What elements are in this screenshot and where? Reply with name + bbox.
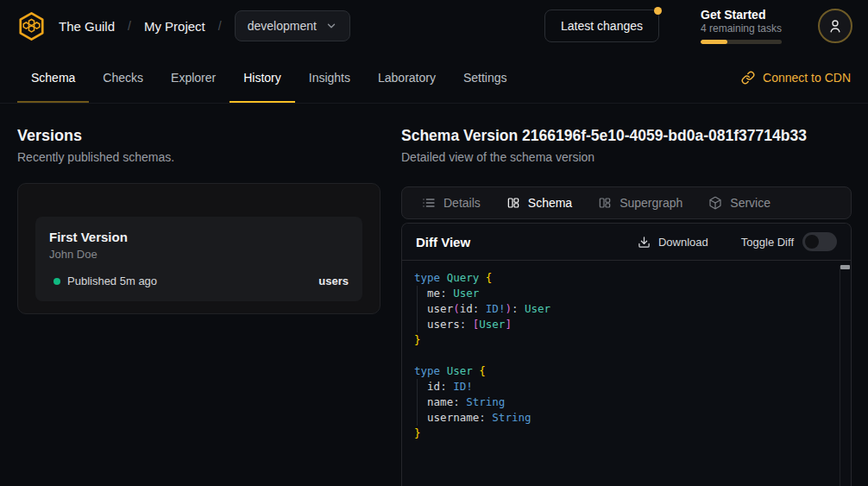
published-status-dot <box>53 278 60 285</box>
list-icon <box>422 196 436 210</box>
download-button[interactable]: Download <box>638 236 708 249</box>
detail-tab-label: Schema <box>528 196 572 210</box>
breadcrumb: The Guild / My Project / development <box>16 10 350 42</box>
version-detail-panel: Schema Version 2166196f-5e10-4059-bd0a-0… <box>401 104 852 486</box>
nav-tab-checks[interactable]: Checks <box>89 52 157 103</box>
toggle-diff-switch[interactable] <box>802 232 837 251</box>
get-started-subtitle: 4 remaining tasks <box>701 22 782 35</box>
nav-tab-laboratory[interactable]: Laboratory <box>364 52 450 103</box>
panels-icon <box>506 196 520 210</box>
nav-tabs: SchemaChecksExplorerHistoryInsightsLabor… <box>17 52 521 103</box>
code-line: users: [User] <box>414 317 830 332</box>
diff-panel: Diff View Download Toggle Diff type Quer <box>401 223 852 486</box>
toggle-diff-label: Toggle Diff <box>741 236 794 249</box>
header-actions: Latest changes Get Started 4 remaining t… <box>544 8 852 44</box>
diff-view-title: Diff View <box>416 235 470 249</box>
code-line: } <box>414 332 830 348</box>
target-selector-value: development <box>248 19 317 33</box>
latest-changes-button[interactable]: Latest changes <box>544 9 659 42</box>
nav-tab-insights[interactable]: Insights <box>295 52 364 103</box>
breadcrumb-separator: / <box>218 19 222 33</box>
code-line: username: String <box>414 410 830 426</box>
version-detail-title: Schema Version 2166196f-5e10-4059-bd0a-0… <box>401 127 852 144</box>
get-started-widget[interactable]: Get Started 4 remaining tasks <box>701 8 782 44</box>
top-header: The Guild / My Project / development Lat… <box>0 0 868 52</box>
notification-dot <box>654 7 662 15</box>
get-started-title: Get Started <box>701 8 782 22</box>
version-meta-row: Published 5m ago users <box>49 275 349 287</box>
get-started-progressbar <box>701 40 782 44</box>
versions-subtitle: Recently published schemas. <box>17 150 381 164</box>
diff-actions: Download Toggle Diff <box>638 232 837 251</box>
version-list-item[interactable]: First Version John Doe Published 5m ago … <box>35 217 362 301</box>
code-scrollbar-track <box>840 266 840 486</box>
diff-header: Diff View Download Toggle Diff <box>402 224 851 261</box>
link-icon <box>741 71 755 85</box>
cube-icon <box>708 196 722 210</box>
code-line: type User { <box>414 363 830 379</box>
detail-tab-schema[interactable]: Schema <box>494 187 585 218</box>
chevron-down-icon <box>325 20 337 32</box>
detail-tab-supergraph[interactable]: Supergraph <box>585 187 695 218</box>
detail-tab-label: Details <box>443 196 481 210</box>
download-icon <box>638 236 651 249</box>
main-content: Versions Recently published schemas. Fir… <box>0 104 868 486</box>
code-line: type Query { <box>414 270 830 286</box>
org-name[interactable]: The Guild <box>59 19 115 34</box>
code-line: me: User <box>414 286 830 301</box>
detail-tab-details[interactable]: Details <box>409 187 494 218</box>
get-started-progress-fill <box>701 40 727 44</box>
latest-changes-label: Latest changes <box>561 19 643 33</box>
nav-tab-history[interactable]: History <box>230 52 295 103</box>
code-line: id: ID! <box>414 379 830 394</box>
user-avatar[interactable] <box>818 9 852 43</box>
code-lines: type Query { me: User user(id: ID!): Use… <box>414 270 830 441</box>
connect-cdn-link[interactable]: Connect to CDN <box>741 52 851 103</box>
hive-logo-icon[interactable] <box>16 10 47 42</box>
versions-list: First Version John Doe Published 5m ago … <box>17 183 381 314</box>
code-scrollbar-thumb[interactable] <box>840 265 850 269</box>
detail-tab-label: Supergraph <box>620 196 682 210</box>
nav-tab-schema[interactable]: Schema <box>17 52 89 103</box>
person-icon <box>827 18 843 34</box>
connect-cdn-label: Connect to CDN <box>763 71 851 85</box>
version-name: First Version <box>49 230 349 245</box>
panels-icon <box>598 196 612 210</box>
code-line: } <box>414 426 830 441</box>
code-line: user(id: ID!): User <box>414 301 830 317</box>
nav-tab-explorer[interactable]: Explorer <box>157 52 230 103</box>
breadcrumb-separator: / <box>128 19 131 33</box>
versions-title: Versions <box>17 127 381 144</box>
nav-tab-settings[interactable]: Settings <box>450 52 521 103</box>
version-service-badge: users <box>318 275 349 287</box>
version-detail-subtitle: Detailed view of the schema version <box>401 150 852 164</box>
download-label: Download <box>658 236 708 249</box>
versions-panel: Versions Recently published schemas. Fir… <box>17 104 381 486</box>
detail-tab-label: Service <box>730 196 771 210</box>
main-nav: SchemaChecksExplorerHistoryInsightsLabor… <box>0 52 868 104</box>
version-status: Published 5m ago <box>67 275 157 287</box>
code-line <box>414 348 830 363</box>
detail-tabs: DetailsSchemaSupergraphService <box>401 186 852 219</box>
toggle-knob <box>805 235 819 249</box>
code-line: name: String <box>414 394 830 410</box>
project-name[interactable]: My Project <box>144 19 205 34</box>
detail-tab-service[interactable]: Service <box>695 187 783 218</box>
target-selector[interactable]: development <box>235 10 350 41</box>
schema-code-viewer[interactable]: type Query { me: User user(id: ID!): Use… <box>402 261 851 486</box>
version-author: John Doe <box>49 248 349 262</box>
